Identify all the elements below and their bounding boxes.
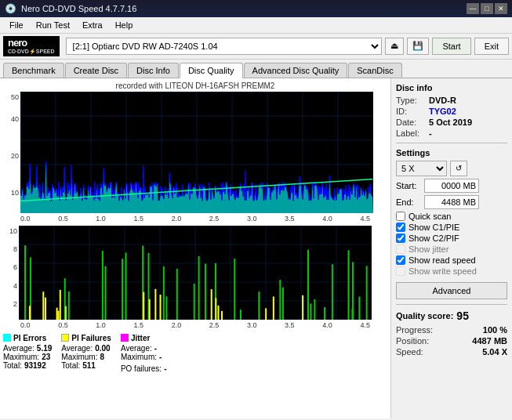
start-label: Start: [396, 181, 421, 190]
window-title: Nero CD-DVD Speed 4.7.7.16 [21, 4, 136, 13]
progress-section: Progress: 100 % Position: 4487 MB Speed:… [396, 325, 507, 357]
speed-selector[interactable]: 5 X 1 X2 X4 X8 XMax [396, 161, 447, 176]
settings-title: Settings [396, 148, 507, 158]
side-panel: Disc info Type: DVD-R ID: TYG02 Date: 5 … [390, 78, 512, 418]
bottom-chart-canvas [19, 226, 372, 320]
jitter-stat: Jitter Average: - Maximum: - PO failures… [121, 334, 167, 373]
pi-errors-total-row: Total: 93192 [3, 361, 52, 370]
show-write-speed-checkbox[interactable] [396, 266, 405, 276]
po-failures-val: - [164, 364, 166, 373]
disc-type-row: Type: DVD-R [396, 96, 507, 105]
bottom-chart-y-labels: 10 8 6 4 2 [3, 226, 19, 320]
eject-button[interactable]: ⏏ [385, 38, 404, 55]
pi-failures-total: 511 [82, 361, 96, 370]
advanced-button[interactable]: Advanced [396, 282, 507, 299]
tab-create-disc[interactable]: Create Disc [65, 63, 127, 78]
tab-benchmark[interactable]: Benchmark [3, 63, 64, 78]
maximize-button[interactable]: □ [481, 3, 493, 14]
main-content: recorded with LITEON DH-16AFSH PREMM2 50… [0, 78, 512, 418]
pi-errors-avg-row: Average: 5.19 [3, 344, 52, 353]
menu-file[interactable]: File [3, 19, 30, 31]
disc-label-label: Label: [396, 129, 426, 138]
quick-scan-row: Quick scan [396, 212, 507, 221]
show-write-speed-row: Show write speed [396, 266, 507, 276]
menu-bar: File Run Test Extra Help [0, 17, 512, 34]
menu-help[interactable]: Help [109, 19, 140, 31]
jitter-max: - [159, 353, 162, 361]
speed-label: Speed: [396, 347, 423, 357]
progress-label: Progress: [396, 325, 433, 335]
top-chart-y-labels: 50 40 20 10 [3, 92, 20, 213]
pi-errors-color [3, 334, 11, 342]
speed-value: 5.04 X [482, 347, 507, 357]
exit-button[interactable]: Exit [474, 38, 509, 55]
menu-extra[interactable]: Extra [76, 19, 109, 31]
minimize-button[interactable]: — [467, 3, 479, 14]
pi-errors-max: 23 [42, 353, 50, 361]
charts-area: recorded with LITEON DH-16AFSH PREMM2 50… [0, 78, 390, 418]
jitter-avg-row: Average: - [121, 344, 167, 353]
position-value: 4487 MB [472, 336, 507, 346]
quality-label: Quality score: [396, 311, 453, 320]
divider-1 [396, 143, 507, 143]
pi-failures-max: 8 [100, 353, 104, 361]
jitter-color [121, 334, 129, 342]
pi-failures-stat: PI Failures Average: 0.00 Maximum: 8 Tot… [61, 334, 111, 373]
disc-date-row: Date: 5 Oct 2019 [396, 118, 507, 127]
disc-id-row: ID: TYG02 [396, 107, 507, 116]
show-read-speed-row: Show read speed [396, 255, 507, 265]
position-label: Position: [396, 336, 429, 346]
disc-date-value: 5 Oct 2019 [429, 118, 472, 127]
quality-score: 95 [456, 310, 469, 322]
disc-info-title: Disc info [396, 83, 507, 92]
pi-errors-stat: PI Errors Average: 5.19 Maximum: 23 Tota… [3, 334, 52, 373]
tab-disc-info[interactable]: Disc Info [128, 63, 179, 78]
show-c1pie-checkbox[interactable] [396, 223, 405, 232]
end-input[interactable] [424, 195, 479, 209]
title-bar-left: 💿 Nero CD-DVD Speed 4.7.7.16 [5, 3, 136, 14]
pi-errors-max-row: Maximum: 23 [3, 353, 52, 361]
speed-row: Speed: 5.04 X [396, 347, 507, 357]
top-chart-x-labels: 0.00.51.01.52.02.53.03.54.04.5 [20, 215, 370, 223]
quick-scan-checkbox[interactable] [396, 212, 405, 221]
chart-title: recorded with LITEON DH-16AFSH PREMM2 [3, 81, 387, 90]
pi-errors-total: 93192 [24, 361, 46, 370]
toolbar: nero CD·DVD⚡SPEED [2:1] Optiarc DVD RW A… [0, 34, 512, 60]
tab-advanced-disc-quality[interactable]: Advanced Disc Quality [244, 63, 348, 78]
start-button[interactable]: Start [432, 38, 470, 55]
show-c2pif-label: Show C2/PIF [409, 234, 459, 243]
progress-value: 100 % [483, 325, 507, 335]
show-jitter-checkbox[interactable] [396, 244, 405, 254]
show-read-speed-label: Show read speed [409, 255, 476, 265]
end-label: End: [396, 197, 421, 207]
pi-failures-max-row: Maximum: 8 [61, 353, 111, 361]
pi-failures-total-row: Total: 511 [61, 361, 111, 370]
end-setting-row: End: [396, 195, 507, 209]
start-input[interactable] [424, 179, 479, 193]
divider-2 [396, 304, 507, 305]
po-failures-row: PO failures: - [121, 364, 167, 373]
show-c2pif-row: Show C2/PIF [396, 234, 507, 243]
settings-refresh-btn[interactable]: ↺ [450, 161, 467, 176]
disc-id-label: ID: [396, 107, 426, 116]
show-read-speed-checkbox[interactable] [396, 255, 405, 265]
stats-area: PI Errors Average: 5.19 Maximum: 23 Tota… [3, 334, 387, 373]
position-row: Position: 4487 MB [396, 336, 507, 346]
show-jitter-label: Show jitter [409, 244, 448, 254]
show-c1pie-row: Show C1/PIE [396, 223, 507, 232]
disc-id-value: TYG02 [429, 107, 456, 116]
tab-scan-disc[interactable]: ScanDisc [348, 63, 401, 78]
drive-selector[interactable]: [2:1] Optiarc DVD RW AD-7240S 1.04 [66, 38, 383, 55]
menu-run-test[interactable]: Run Test [30, 19, 76, 31]
save-button[interactable]: 💾 [407, 38, 429, 55]
disc-label-row: Label: - [396, 129, 507, 138]
show-c2pif-checkbox[interactable] [396, 234, 405, 243]
close-button[interactable]: ✕ [495, 3, 507, 14]
app-icon: 💿 [5, 3, 16, 14]
show-c1pie-label: Show C1/PIE [409, 223, 459, 232]
jitter-max-row: Maximum: - [121, 353, 167, 361]
nero-logo: nero CD·DVD⚡SPEED [3, 36, 60, 56]
tab-disc-quality[interactable]: Disc Quality [180, 63, 243, 78]
pi-failures-avg-row: Average: 0.00 [61, 344, 111, 353]
disc-type-label: Type: [396, 96, 426, 105]
